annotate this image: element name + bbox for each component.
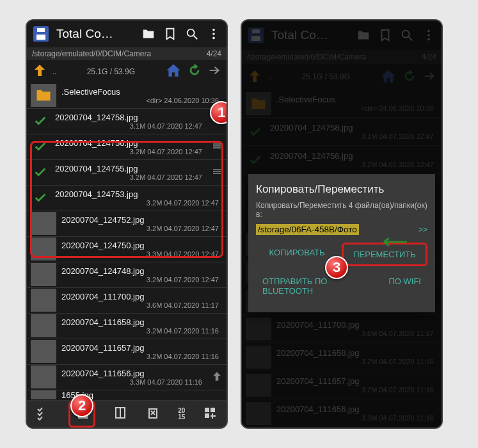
lines-icon[interactable] bbox=[211, 166, 223, 179]
search-icon[interactable] bbox=[184, 26, 200, 42]
reload-icon[interactable] bbox=[187, 63, 202, 80]
phone-left: Total Co… /storage/emulated/0/DCIM/Camer… bbox=[26, 19, 228, 429]
app-title: Total Co… bbox=[56, 27, 113, 41]
selection-count: 4/24 bbox=[207, 49, 221, 58]
select-icon[interactable] bbox=[36, 405, 51, 423]
bookmark-icon[interactable] bbox=[163, 26, 178, 42]
step-badge-2: 2 bbox=[70, 394, 93, 417]
svg-rect-9 bbox=[213, 171, 221, 172]
path-bar[interactable]: /storage/emulated/0/DCIM/Camera 4/24 bbox=[27, 47, 227, 60]
app-icon bbox=[32, 25, 50, 43]
check-icon[interactable] bbox=[31, 140, 50, 154]
file-row[interactable]: 20200704_124750.jpg3.3M 04.07.2020 12:47 bbox=[27, 237, 227, 262]
folder-name: .SelectiveFocus bbox=[61, 87, 223, 97]
file-row[interactable]: 20200704_111657.jpg3.2M 04.07.2020 11:16 bbox=[27, 339, 227, 365]
copy-move-dialog: Копировать/Переместить Копировать/Переме… bbox=[248, 174, 435, 312]
file-row[interactable]: 20200704_124756.jpg3.2M 04.07.2020 12:47 bbox=[27, 134, 227, 160]
svg-rect-10 bbox=[213, 173, 221, 174]
up-icon[interactable] bbox=[32, 63, 47, 80]
delete-icon[interactable] bbox=[145, 405, 161, 423]
svg-point-4 bbox=[212, 36, 215, 39]
wifi-button[interactable]: ПО WIFI bbox=[367, 271, 427, 301]
folder-meta: <dir> 24.06.2020 10:36 bbox=[61, 97, 223, 104]
lines-icon[interactable] bbox=[211, 140, 223, 154]
target-path-input[interactable]: /storage/06FA-458B/Фото bbox=[256, 224, 359, 235]
pointer-arrow-icon bbox=[379, 237, 407, 246]
file-row[interactable]: 20200704_124755.jpg3.2M 04.07.2020 12:47 bbox=[27, 160, 227, 186]
file-row: 1655.jpg bbox=[242, 428, 442, 429]
dialog-title: Копировать/Переместить bbox=[256, 183, 427, 196]
disk-usage: 25.1G / 53.9G bbox=[87, 67, 135, 76]
bottom-toolbar: 2015 bbox=[27, 401, 227, 428]
svg-rect-18 bbox=[205, 413, 209, 418]
svg-point-2 bbox=[212, 29, 215, 31]
phone-right: Total Co… /storage/emulated/0/DCIM/Camer… bbox=[241, 19, 443, 429]
thumb-icon bbox=[31, 237, 56, 260]
svg-point-3 bbox=[212, 33, 215, 35]
folder-icon[interactable] bbox=[141, 26, 156, 42]
svg-rect-5 bbox=[213, 143, 221, 145]
check-icon[interactable] bbox=[31, 191, 50, 205]
bluetooth-button[interactable]: ОТПРАВИТЬ ПО BLUETOOTH bbox=[256, 271, 363, 301]
arrow-up-icon[interactable] bbox=[211, 371, 223, 384]
svg-rect-8 bbox=[213, 169, 221, 170]
thumb-icon bbox=[31, 212, 56, 235]
thumb-icon bbox=[31, 289, 56, 312]
topbar: Total Co… bbox=[27, 20, 227, 47]
menu-icon[interactable] bbox=[206, 26, 221, 42]
path-text: /storage/emulated/0/DCIM/Camera bbox=[32, 49, 151, 58]
check-icon[interactable] bbox=[31, 114, 50, 128]
thumb-icon bbox=[31, 390, 56, 399]
svg-rect-6 bbox=[213, 145, 221, 147]
target-path-row: /storage/06FA-458B/Фото >> bbox=[256, 224, 427, 235]
step-badge-3: 3 bbox=[325, 256, 348, 279]
thumb-icon bbox=[31, 314, 56, 337]
dialog-message: Копировать/Переместить 4 файла(ов)/папки… bbox=[256, 201, 427, 219]
archive-icon[interactable] bbox=[113, 405, 128, 423]
file-row[interactable]: 20200704_111656.jpg3.3M 04.07.2020 11:16 bbox=[27, 365, 227, 390]
check-icon[interactable] bbox=[31, 165, 50, 179]
sort-icon[interactable]: 2015 bbox=[178, 408, 185, 420]
file-row[interactable]: 1655.jpg bbox=[27, 390, 227, 401]
more-icon[interactable] bbox=[202, 405, 218, 423]
folder-row[interactable]: .SelectiveFocus <dir> 24.06.2020 10:36 bbox=[27, 83, 227, 109]
step-badge-1: 1 bbox=[210, 101, 228, 124]
file-row[interactable]: 20200704_111658.jpg3.2M 04.07.2020 11:16 bbox=[27, 314, 227, 339]
svg-rect-16 bbox=[205, 408, 209, 412]
file-row[interactable]: 20200704_124753.jpg3.2M 04.07.2020 12:47 bbox=[27, 186, 227, 211]
file-row[interactable]: 20200704_124758.jpg3.1M 04.07.2020 12:47 bbox=[27, 109, 227, 134]
folder-thumb-icon bbox=[31, 84, 56, 107]
svg-point-0 bbox=[187, 29, 195, 36]
home-icon[interactable] bbox=[165, 62, 182, 81]
svg-line-1 bbox=[194, 36, 198, 40]
thumb-icon bbox=[31, 263, 56, 286]
svg-rect-17 bbox=[211, 408, 215, 412]
file-row[interactable]: 20200704_124748.jpg3.2M 04.07.2020 12:47 bbox=[27, 262, 227, 288]
more-path-button[interactable]: >> bbox=[418, 225, 427, 234]
nav-row: .. 25.1G / 53.9G bbox=[27, 60, 227, 83]
file-row[interactable]: 20200704_124752.jpg3.2M 04.07.2020 12:47 bbox=[27, 211, 227, 237]
file-row[interactable]: 20200704_111700.jpg3.6M 04.07.2020 11:17 bbox=[27, 288, 227, 314]
right-arrow-icon[interactable] bbox=[207, 63, 221, 79]
svg-rect-7 bbox=[213, 147, 221, 148]
thumb-icon bbox=[31, 340, 56, 363]
thumb-icon bbox=[31, 365, 56, 388]
